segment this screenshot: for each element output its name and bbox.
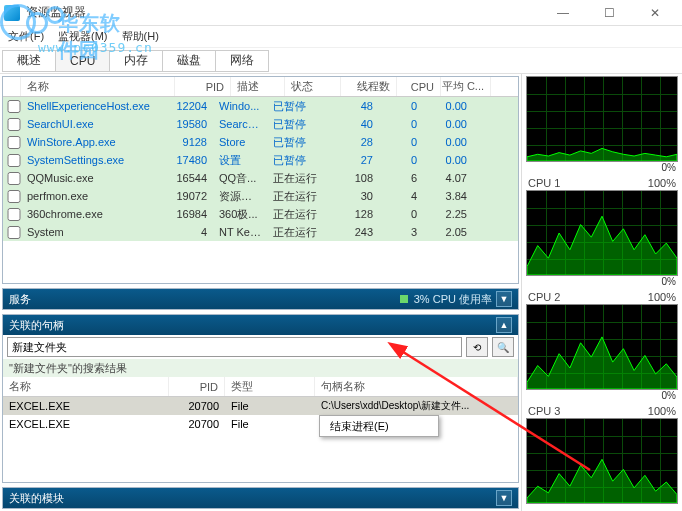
modules-panel: 关联的模块 ▼ bbox=[2, 487, 519, 509]
process-checkbox[interactable] bbox=[7, 190, 21, 203]
handles-search-input[interactable] bbox=[7, 337, 462, 357]
tab-disk[interactable]: 磁盘 bbox=[162, 50, 216, 72]
hcol-name[interactable]: 名称 bbox=[3, 377, 169, 396]
process-row[interactable]: SearchUI.exe19580Search...已暂停4000.00 bbox=[3, 115, 518, 133]
graph-1-pct: 100% bbox=[648, 177, 676, 189]
menu-help[interactable]: 帮助(H) bbox=[122, 29, 159, 44]
process-row[interactable]: SystemSettings.exe17480设置已暂停2700.00 bbox=[3, 151, 518, 169]
menubar: 文件(F) 监视器(M) 帮助(H) bbox=[0, 26, 682, 48]
process-row[interactable]: QQMusic.exe16544QQ音...正在运行10864.07 bbox=[3, 169, 518, 187]
graph-1-foot: 0% bbox=[526, 276, 678, 287]
process-row[interactable]: ShellExperienceHost.exe12204Windo...已暂停4… bbox=[3, 97, 518, 115]
graph-3-pct: 100% bbox=[648, 405, 676, 417]
col-status[interactable]: 状态 bbox=[285, 77, 341, 96]
graphs-sidebar: 0% CPU 1100% 0% CPU 2100% 0% CPU 3100% bbox=[522, 74, 682, 511]
modules-expand-button[interactable]: ▼ bbox=[496, 490, 512, 506]
graph-2-label: CPU 2 bbox=[528, 291, 560, 303]
search-go-button[interactable]: 🔍 bbox=[492, 337, 514, 357]
graph-cpu-total: 0% bbox=[526, 76, 678, 173]
app-icon bbox=[4, 5, 20, 21]
graph-0-foot: 0% bbox=[526, 162, 678, 173]
process-checkbox[interactable] bbox=[7, 154, 21, 167]
tab-network[interactable]: 网络 bbox=[215, 50, 269, 72]
col-pid[interactable]: PID bbox=[175, 77, 231, 96]
graph-cpu2: CPU 2100% 0% bbox=[526, 291, 678, 401]
handles-title: 关联的句柄 bbox=[9, 318, 492, 333]
processes-panel: 名称 PID 描述 状态 线程数 CPU 平均 C... ShellExperi… bbox=[2, 76, 519, 284]
handles-body: EXCEL.EXE20700FileC:\Users\xdd\Desktop\新… bbox=[3, 397, 518, 482]
handle-row[interactable]: EXCEL.EXE20700File...\新建文件... bbox=[3, 415, 518, 433]
process-row[interactable]: perfmon.exe19072资源和...正在运行3043.84 bbox=[3, 187, 518, 205]
process-row[interactable]: 360chrome.exe16984360极...正在运行12802.25 bbox=[3, 205, 518, 223]
window-min-button[interactable]: — bbox=[540, 0, 586, 26]
hcol-type[interactable]: 类型 bbox=[225, 377, 315, 396]
handles-collapse-button[interactable]: ▲ bbox=[496, 317, 512, 333]
context-menu: 结束进程(E) bbox=[319, 415, 439, 437]
services-title: 服务 bbox=[9, 292, 400, 307]
graph-cpu1: CPU 1100% 0% bbox=[526, 177, 678, 287]
process-checkbox[interactable] bbox=[7, 172, 21, 185]
window-max-button[interactable]: ☐ bbox=[586, 0, 632, 26]
hcol-handle[interactable]: 句柄名称 bbox=[315, 377, 518, 396]
col-cpu[interactable]: CPU bbox=[397, 77, 441, 96]
services-expand-button[interactable]: ▼ bbox=[496, 291, 512, 307]
tab-memory[interactable]: 内存 bbox=[109, 50, 163, 72]
services-usage: 3% CPU 使用率 bbox=[414, 292, 492, 307]
graph-2-pct: 100% bbox=[648, 291, 676, 303]
process-checkbox[interactable] bbox=[7, 100, 21, 113]
window-title: 资源监视器 bbox=[26, 4, 540, 21]
services-panel: 服务 3% CPU 使用率 ▼ bbox=[2, 288, 519, 310]
processes-header-row: 名称 PID 描述 状态 线程数 CPU 平均 C... bbox=[3, 77, 518, 97]
search-refresh-button[interactable]: ⟲ bbox=[466, 337, 488, 357]
handles-panel: 关联的句柄 ▲ ⟲ 🔍 "新建文件夹"的搜索结果 名称 PID 类型 句柄名称 … bbox=[2, 314, 519, 483]
tab-cpu[interactable]: CPU bbox=[55, 50, 110, 72]
hcol-pid[interactable]: PID bbox=[169, 377, 225, 396]
modules-title: 关联的模块 bbox=[9, 491, 492, 506]
process-checkbox[interactable] bbox=[7, 208, 21, 221]
graph-1-label: CPU 1 bbox=[528, 177, 560, 189]
processes-body: ShellExperienceHost.exe12204Windo...已暂停4… bbox=[3, 97, 518, 241]
window-close-button[interactable]: ✕ bbox=[632, 0, 678, 26]
graph-2-foot: 0% bbox=[526, 390, 678, 401]
process-checkbox[interactable] bbox=[7, 226, 21, 239]
col-avg[interactable]: 平均 C... bbox=[441, 77, 491, 96]
handle-row[interactable]: EXCEL.EXE20700FileC:\Users\xdd\Desktop\新… bbox=[3, 397, 518, 415]
col-threads[interactable]: 线程数 bbox=[341, 77, 397, 96]
window-titlebar: 资源监视器 — ☐ ✕ bbox=[0, 0, 682, 26]
handles-subhead: "新建文件夹"的搜索结果 bbox=[3, 359, 518, 377]
tab-bar: 概述 CPU 内存 磁盘 网络 bbox=[0, 48, 682, 74]
context-menu-end-process[interactable]: 结束进程(E) bbox=[320, 416, 438, 436]
process-row[interactable]: System4NT Ker...正在运行24332.05 bbox=[3, 223, 518, 241]
process-checkbox[interactable] bbox=[7, 118, 21, 131]
process-checkbox[interactable] bbox=[7, 136, 21, 149]
usage-indicator-icon bbox=[400, 295, 408, 303]
process-row[interactable]: WinStore.App.exe9128Store已暂停2800.00 bbox=[3, 133, 518, 151]
tab-overview[interactable]: 概述 bbox=[2, 50, 56, 72]
menu-monitor[interactable]: 监视器(M) bbox=[58, 29, 108, 44]
col-desc[interactable]: 描述 bbox=[231, 77, 285, 96]
graph-cpu3: CPU 3100% bbox=[526, 405, 678, 504]
col-name[interactable]: 名称 bbox=[21, 77, 175, 96]
graph-3-label: CPU 3 bbox=[528, 405, 560, 417]
menu-file[interactable]: 文件(F) bbox=[8, 29, 44, 44]
